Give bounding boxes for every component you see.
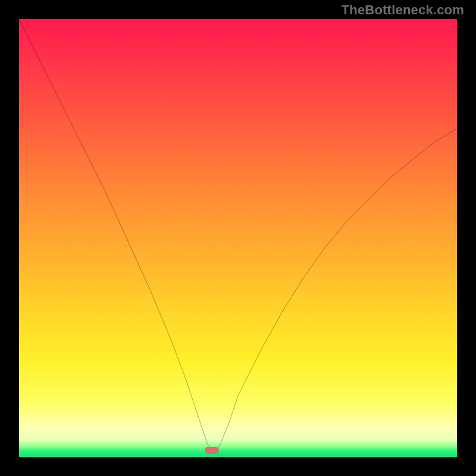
optimal-point-marker [205, 447, 219, 454]
plot-area [19, 19, 457, 457]
bottleneck-curve [19, 19, 457, 457]
curve-path [19, 19, 457, 450]
watermark-text: TheBottleneck.com [342, 2, 464, 18]
chart-frame: TheBottleneck.com [0, 0, 476, 476]
